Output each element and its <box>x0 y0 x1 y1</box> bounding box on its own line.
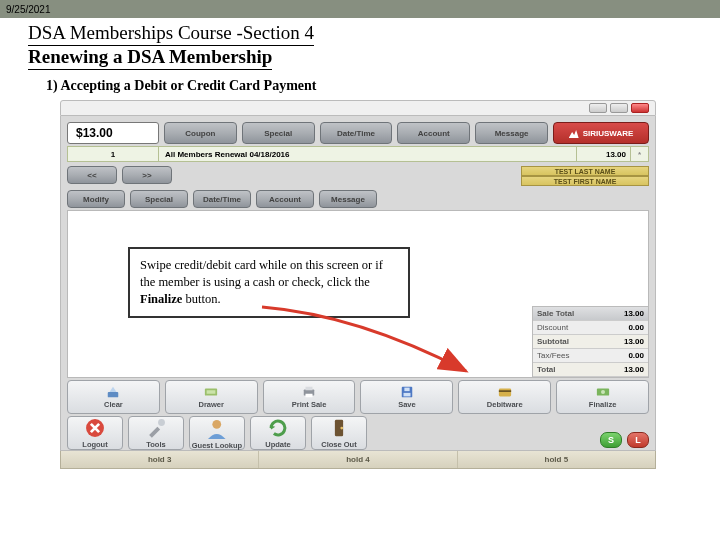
save-button[interactable]: Save <box>360 380 453 414</box>
guest-icon <box>205 417 229 441</box>
drawer-button[interactable]: Drawer <box>165 380 258 414</box>
finalize-button[interactable]: Finalize <box>556 380 649 414</box>
action-bar: Clear Drawer Print Sale Save Debitware F… <box>67 380 649 414</box>
maximize-button[interactable] <box>610 103 628 113</box>
modify-row: Modify Special Date/Time Account Message <box>67 190 649 208</box>
svg-rect-11 <box>499 390 511 392</box>
tools-icon <box>145 417 167 439</box>
svg-rect-1 <box>108 392 119 397</box>
debitware-button[interactable]: Debitware <box>458 380 551 414</box>
callout-finalize: Finalize <box>140 292 182 306</box>
hold-3[interactable]: hold 3 <box>61 451 259 468</box>
special-button[interactable]: Special <box>242 122 315 144</box>
svg-rect-9 <box>403 393 410 397</box>
clear-icon <box>106 385 120 399</box>
account-button[interactable]: Account <box>397 122 470 144</box>
message-button[interactable]: Message <box>475 122 548 144</box>
discount-row: Discount0.00 <box>533 321 648 335</box>
l-button[interactable]: L <box>627 432 649 448</box>
subtotal-row: Subtotal13.00 <box>533 335 648 349</box>
update-icon <box>267 417 289 439</box>
prev-button[interactable]: << <box>67 166 117 184</box>
drawer-icon <box>204 385 218 399</box>
account-button-2[interactable]: Account <box>256 190 314 208</box>
date-bar: 9/25/2021 <box>0 0 720 18</box>
close-button[interactable] <box>631 103 649 113</box>
price-display: $13.00 <box>67 122 159 144</box>
minimize-button[interactable] <box>589 103 607 113</box>
coupon-button[interactable]: Coupon <box>164 122 237 144</box>
close-out-button[interactable]: Close Out <box>311 416 367 450</box>
sale-total-row: Sale Total13.00 <box>533 307 648 321</box>
card-icon <box>498 385 512 399</box>
callout-tail: button. <box>182 292 220 306</box>
modify-button[interactable]: Modify <box>67 190 125 208</box>
nav-row: << >> TEST LAST NAME TEST FIRST NAME <box>67 166 649 186</box>
line-qty: 1 <box>67 146 159 162</box>
line-price: 13.00 <box>577 146 631 162</box>
svg-point-16 <box>213 420 222 429</box>
hold-5[interactable]: hold 5 <box>458 451 655 468</box>
member-info: TEST LAST NAME TEST FIRST NAME <box>521 166 649 186</box>
datetime-button[interactable]: Date/Time <box>320 122 393 144</box>
line-description: All Members Renewal 04/18/2016 <box>159 146 577 162</box>
tools-button[interactable]: Tools <box>128 416 184 450</box>
svg-rect-10 <box>499 389 511 397</box>
datetime-button-2[interactable]: Date/Time <box>193 190 251 208</box>
main-canvas: Swipe credit/debit card while on this sc… <box>67 210 649 378</box>
svg-point-18 <box>340 427 343 430</box>
hold-bar: hold 3 hold 4 hold 5 <box>60 451 656 469</box>
message-button-2[interactable]: Message <box>319 190 377 208</box>
logout-button[interactable]: Logout <box>67 416 123 450</box>
member-last-name: TEST LAST NAME <box>521 166 649 176</box>
update-button[interactable]: Update <box>250 416 306 450</box>
floppy-icon <box>400 385 414 399</box>
logout-icon <box>84 417 106 439</box>
arrow-icon <box>258 305 478 379</box>
top-toolbar: $13.00 Coupon Special Date/Time Account … <box>61 116 655 146</box>
line-marker: * <box>631 146 649 162</box>
print-sale-button[interactable]: Print Sale <box>263 380 356 414</box>
page-heading: DSA Memberships Course -Section 4 Renewi… <box>0 18 720 70</box>
printer-icon <box>302 385 316 399</box>
svg-point-15 <box>158 419 165 426</box>
callout-text: Swipe credit/debit card while on this sc… <box>140 258 383 289</box>
member-first-name: TEST FIRST NAME <box>521 176 649 186</box>
date-value: 9/25/2021 <box>6 4 51 15</box>
title-line-2: Renewing a DSA Membership <box>28 46 272 70</box>
siriusware-logo-button[interactable]: SIRIUSWARE <box>553 122 649 144</box>
next-button[interactable]: >> <box>122 166 172 184</box>
hold-4[interactable]: hold 4 <box>259 451 457 468</box>
title-line-1: DSA Memberships Course -Section 4 <box>28 22 314 46</box>
step-label: 1) Accepting a Debit or Credit Card Paym… <box>0 70 720 100</box>
total-row: Total13.00 <box>533 363 648 377</box>
cash-icon <box>596 385 610 399</box>
clear-button[interactable]: Clear <box>67 380 160 414</box>
screenshot-container: $13.00 Coupon Special Date/Time Account … <box>60 100 656 469</box>
svg-rect-3 <box>207 390 216 394</box>
window-titlebar <box>60 100 656 116</box>
svg-point-13 <box>601 390 605 394</box>
svg-rect-8 <box>404 388 409 392</box>
special-button-2[interactable]: Special <box>130 190 188 208</box>
svg-rect-5 <box>306 387 313 391</box>
pos-app-frame: $13.00 Coupon Special Date/Time Account … <box>60 116 656 451</box>
closeout-icon <box>328 417 350 439</box>
taxfees-row: Tax/Fees0.00 <box>533 349 648 363</box>
siriusware-logo-icon <box>569 128 579 138</box>
s-button[interactable]: S <box>600 432 622 448</box>
utility-bar: Logout Tools Guest Lookup Update Close O… <box>67 416 649 450</box>
svg-rect-6 <box>306 394 313 398</box>
siriusware-label: SIRIUSWARE <box>583 129 634 138</box>
line-item-row: 1 All Members Renewal 04/18/2016 13.00 * <box>67 146 649 162</box>
sl-buttons: S L <box>600 416 649 448</box>
totals-panel: Sale Total13.00 Discount0.00 Subtotal13.… <box>532 306 648 377</box>
guest-lookup-button[interactable]: Guest Lookup <box>189 416 245 450</box>
